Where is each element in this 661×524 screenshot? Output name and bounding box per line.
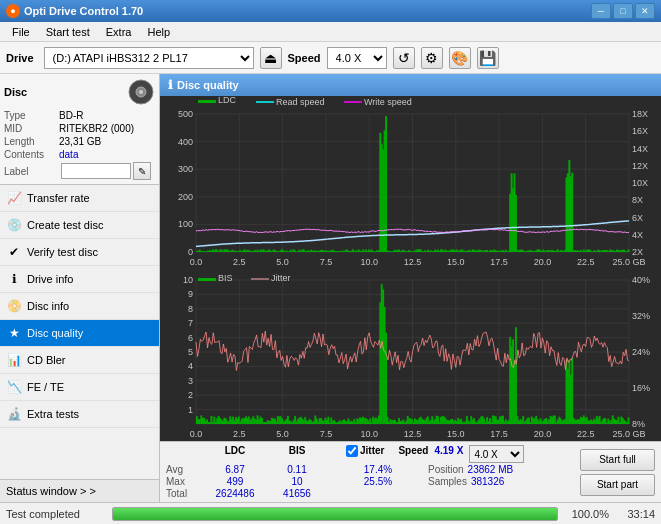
disc-label-row: Label ✎ xyxy=(4,162,155,180)
save-button[interactable]: 💾 xyxy=(477,47,499,69)
sidebar-item-disc-info-label: Disc info xyxy=(27,300,69,312)
toolbar: Drive (D:) ATAPI iHBS312 2 PL17 ⏏ Speed … xyxy=(0,42,661,74)
disc-mid-label: MID xyxy=(4,123,59,134)
disc-header: Disc xyxy=(4,78,155,106)
sidebar: Disc Type BD-R MID RITEKBR2 (000) Length… xyxy=(0,74,160,502)
close-button[interactable]: ✕ xyxy=(635,3,655,19)
refresh-button[interactable]: ↺ xyxy=(393,47,415,69)
drive-select[interactable]: (D:) ATAPI iHBS312 2 PL17 xyxy=(44,47,254,69)
status-window-label: Status window > > xyxy=(6,485,96,497)
jitter-checkbox[interactable] xyxy=(346,445,358,457)
total-bis: 41656 xyxy=(266,488,328,499)
quality-header: ℹ Disc quality xyxy=(160,74,661,96)
menu-help[interactable]: Help xyxy=(139,24,178,40)
menu-bar: File Start test Extra Help xyxy=(0,22,661,42)
sidebar-item-disc-quality[interactable]: ★ Disc quality xyxy=(0,320,159,347)
start-full-button[interactable]: Start full xyxy=(580,449,655,471)
minimize-button[interactable]: ─ xyxy=(591,3,611,19)
disc-type-label: Type xyxy=(4,110,59,121)
stats-table: LDC BIS Jitter Speed 4.19 X 4.0 X Avg xyxy=(166,445,574,499)
quality-header-icon: ℹ xyxy=(168,78,173,92)
position-label: Position xyxy=(428,464,464,475)
sidebar-item-extra-tests[interactable]: 🔬 Extra tests xyxy=(0,401,159,428)
speed-select[interactable]: 4.0 X xyxy=(327,47,387,69)
theme-button[interactable]: 🎨 xyxy=(449,47,471,69)
start-part-button[interactable]: Start part xyxy=(580,474,655,496)
time-text: 33:14 xyxy=(615,508,655,520)
drive-info-icon: ℹ xyxy=(6,271,22,287)
disc-icon[interactable] xyxy=(127,78,155,106)
maximize-button[interactable]: □ xyxy=(613,3,633,19)
menu-start-test[interactable]: Start test xyxy=(38,24,98,40)
disc-label-edit-button[interactable]: ✎ xyxy=(133,162,151,180)
sidebar-item-extra-tests-label: Extra tests xyxy=(27,408,79,420)
sidebar-item-cd-bler[interactable]: 📊 CD Bler xyxy=(0,347,159,374)
app-icon: ● xyxy=(6,4,20,18)
sidebar-item-drive-info-label: Drive info xyxy=(27,273,73,285)
app-title: Opti Drive Control 1.70 xyxy=(24,5,143,17)
samples-label: Samples xyxy=(428,476,467,487)
disc-info-icon: 📀 xyxy=(6,298,22,314)
samples-value: 381326 xyxy=(471,476,504,487)
disc-type-row: Type BD-R xyxy=(4,110,155,121)
sidebar-item-fe-te[interactable]: 📉 FE / TE xyxy=(0,374,159,401)
progress-bar-container xyxy=(112,507,558,521)
menu-file[interactable]: File xyxy=(4,24,38,40)
sidebar-item-transfer-rate[interactable]: 📈 Transfer rate xyxy=(0,185,159,212)
sidebar-item-disc-quality-label: Disc quality xyxy=(27,327,83,339)
avg-ldc: 6.87 xyxy=(204,464,266,475)
max-bis: 10 xyxy=(266,476,328,487)
disc-panel: Disc Type BD-R MID RITEKBR2 (000) Length… xyxy=(0,74,159,185)
title-bar-left: ● Opti Drive Control 1.70 xyxy=(6,4,143,18)
transfer-rate-icon: 📈 xyxy=(6,190,22,206)
bottom-chart xyxy=(160,268,661,440)
max-label: Max xyxy=(166,476,204,487)
disc-length-value: 23,31 GB xyxy=(59,136,101,147)
nav-items: 📈 Transfer rate 💿 Create test disc ✔ Ver… xyxy=(0,185,159,479)
charts-area xyxy=(160,96,661,441)
disc-length-label: Length xyxy=(4,136,59,147)
disc-label-label: Label xyxy=(4,166,59,177)
create-test-disc-icon: 💿 xyxy=(6,217,22,233)
disc-mid-row: MID RITEKBR2 (000) xyxy=(4,123,155,134)
speed-stats-label: Speed xyxy=(398,445,428,463)
max-jitter: 25.5% xyxy=(348,476,408,487)
ldc-header: LDC xyxy=(204,445,266,463)
disc-section-title: Disc xyxy=(4,86,27,98)
total-ldc: 2624486 xyxy=(204,488,266,499)
verify-test-disc-icon: ✔ xyxy=(6,244,22,260)
drive-label: Drive xyxy=(6,52,34,64)
stats-speed-select[interactable]: 4.0 X xyxy=(469,445,524,463)
sidebar-item-verify-test-disc-label: Verify test disc xyxy=(27,246,98,258)
sidebar-item-cd-bler-label: CD Bler xyxy=(27,354,66,366)
eject-button[interactable]: ⏏ xyxy=(260,47,282,69)
sidebar-item-drive-info[interactable]: ℹ Drive info xyxy=(0,266,159,293)
fe-te-icon: 📉 xyxy=(6,379,22,395)
progress-bar-fill xyxy=(113,508,557,520)
sidebar-item-create-test-disc[interactable]: 💿 Create test disc xyxy=(0,212,159,239)
disc-contents-row: Contents data xyxy=(4,149,155,160)
quality-title: Disc quality xyxy=(177,79,239,91)
disc-quality-icon: ★ xyxy=(6,325,22,341)
menu-extra[interactable]: Extra xyxy=(98,24,140,40)
avg-label: Avg xyxy=(166,464,204,475)
action-buttons: Start full Start part xyxy=(580,449,655,496)
sidebar-item-verify-test-disc[interactable]: ✔ Verify test disc xyxy=(0,239,159,266)
disc-contents-label: Contents xyxy=(4,149,59,160)
progress-text: 100.0% xyxy=(564,508,609,520)
disc-label-input[interactable] xyxy=(61,163,131,179)
sidebar-item-disc-info[interactable]: 📀 Disc info xyxy=(0,293,159,320)
settings-button[interactable]: ⚙ xyxy=(421,47,443,69)
position-value: 23862 MB xyxy=(468,464,514,475)
cd-bler-icon: 📊 xyxy=(6,352,22,368)
max-ldc: 499 xyxy=(204,476,266,487)
speed-stats-value: 4.19 X xyxy=(434,445,463,463)
jitter-header: Jitter xyxy=(360,445,384,463)
svg-point-2 xyxy=(139,90,143,94)
sidebar-item-fe-te-label: FE / TE xyxy=(27,381,64,393)
total-label: Total xyxy=(166,488,204,499)
status-window-button[interactable]: Status window > > xyxy=(0,479,159,502)
disc-contents-value: data xyxy=(59,149,78,160)
title-bar-controls: ─ □ ✕ xyxy=(591,3,655,19)
avg-jitter: 17.4% xyxy=(348,464,408,475)
